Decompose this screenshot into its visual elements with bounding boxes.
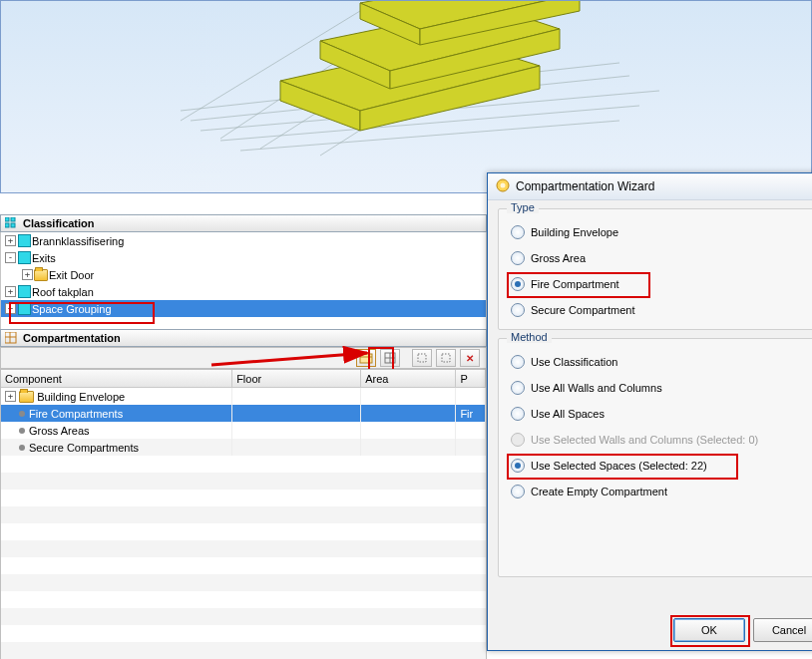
radio-label: Fire Compartment: [531, 278, 619, 290]
radio-use-all-spaces[interactable]: Use All Spaces: [511, 401, 812, 427]
radio-icon[interactable]: [511, 303, 525, 317]
radio-icon: [511, 433, 525, 447]
grid-row-fire-compartments[interactable]: Fire Compartments Fir: [1, 405, 486, 422]
grid-row[interactable]: Gross Areas: [1, 422, 486, 439]
expand-icon[interactable]: +: [5, 286, 16, 297]
cell-component: Gross Areas: [29, 425, 90, 437]
tree-label: Space Grouping: [32, 303, 112, 315]
svg-rect-22: [442, 354, 450, 362]
radio-label: Use All Walls and Columns: [531, 382, 662, 394]
cell-p: Fir: [456, 405, 486, 422]
type-group: Type Building Envelope Gross Area Fire C…: [498, 208, 812, 330]
grid-row[interactable]: + Building Envelope: [1, 388, 486, 405]
tool-button-2[interactable]: [436, 349, 456, 367]
radio-use-classification[interactable]: Use Classification: [511, 349, 812, 375]
svg-rect-11: [5, 223, 9, 227]
radio-gross-area[interactable]: Gross Area: [511, 245, 812, 271]
svg-rect-12: [11, 223, 15, 227]
compartmentation-panel-header[interactable]: Compartmentation: [0, 329, 487, 347]
radio-use-selected-walls: Use Selected Walls and Columns (Selected…: [511, 427, 812, 453]
cell-floor: [232, 422, 361, 439]
col-component[interactable]: Component: [1, 370, 232, 387]
svg-rect-9: [5, 217, 9, 221]
expand-icon[interactable]: +: [22, 269, 33, 280]
tree-item[interactable]: - Exits: [1, 249, 486, 266]
radio-building-envelope[interactable]: Building Envelope: [511, 219, 812, 245]
delete-button[interactable]: ✕: [460, 349, 480, 367]
radio-icon[interactable]: [511, 459, 525, 473]
radio-icon[interactable]: [511, 355, 525, 369]
ok-button[interactable]: OK: [673, 618, 745, 642]
cell-area: [361, 388, 456, 405]
radio-fire-compartment[interactable]: Fire Compartment: [511, 271, 812, 297]
grid-row[interactable]: Secure Compartments: [1, 439, 486, 456]
expand-icon[interactable]: +: [5, 303, 16, 314]
grid-row: [1, 557, 486, 574]
tree-label: Brannklassifisering: [32, 235, 124, 247]
group-title: Type: [507, 201, 539, 213]
classification-panel-header[interactable]: Classification: [0, 214, 487, 232]
col-area[interactable]: Area: [361, 370, 456, 387]
radio-icon[interactable]: [511, 485, 525, 498]
expand-icon[interactable]: +: [5, 235, 16, 246]
radio-use-selected-spaces[interactable]: Use Selected Spaces (Selected: 22): [511, 453, 812, 479]
bullet-icon: [19, 445, 25, 451]
radio-label: Use Classification: [531, 356, 617, 368]
radio-label: Gross Area: [531, 252, 586, 264]
radio-create-empty[interactable]: Create Empty Compartment: [511, 479, 812, 504]
tree-item-space-grouping[interactable]: + Space Grouping: [1, 300, 486, 317]
dialog-titlebar[interactable]: Compartmentation Wizard ✕: [488, 173, 812, 200]
classification-icon: [4, 216, 18, 230]
bullet-icon: [19, 428, 25, 434]
grid-row: [1, 591, 486, 608]
cell-component: Fire Compartments: [29, 408, 123, 420]
tree-label: Exit Door: [49, 269, 94, 281]
separator: [404, 350, 408, 366]
col-floor[interactable]: Floor: [232, 370, 361, 387]
radio-icon[interactable]: [511, 251, 525, 265]
node-icon: [17, 285, 31, 299]
folder-icon: [19, 391, 34, 403]
grid-row: [1, 625, 486, 642]
grid-button[interactable]: [380, 349, 400, 367]
node-icon: [17, 302, 31, 316]
radio-label: Use Selected Walls and Columns (Selected…: [531, 434, 758, 446]
wizard-icon: [496, 178, 510, 195]
cell-p: [456, 388, 486, 405]
grid-row: [1, 523, 486, 540]
grid-body: + Building Envelope Fire Compartments Fi…: [1, 388, 486, 659]
tree-item[interactable]: + Roof takplan: [1, 283, 486, 300]
radio-icon[interactable]: [511, 381, 525, 395]
model-3d-viewer[interactable]: [0, 0, 812, 193]
node-icon: [17, 251, 31, 265]
cell-floor: [232, 388, 361, 405]
wizard-button[interactable]: [356, 349, 376, 367]
cell-p: [456, 422, 486, 439]
compartmentation-icon: [4, 331, 18, 345]
radio-secure-compartment[interactable]: Secure Compartment: [511, 297, 812, 323]
radio-icon[interactable]: [511, 407, 525, 421]
tree-item[interactable]: + Brannklassifisering: [1, 232, 486, 249]
radio-label: Use All Spaces: [531, 408, 605, 420]
classification-tree[interactable]: + Brannklassifisering - Exits + Exit Doo…: [0, 232, 487, 329]
dialog-title: Compartmentation Wizard: [516, 179, 654, 193]
tree-item[interactable]: + Exit Door: [1, 266, 486, 283]
grid-header: Component Floor Area P: [1, 370, 486, 388]
compartmentation-grid[interactable]: Component Floor Area P + Building Envelo…: [0, 369, 487, 659]
cancel-button[interactable]: Cancel: [753, 618, 812, 642]
tool-button-1[interactable]: [412, 349, 432, 367]
compartmentation-title: Compartmentation: [23, 332, 121, 344]
radio-icon[interactable]: [511, 225, 525, 239]
cell-area: [361, 405, 456, 422]
radio-icon[interactable]: [511, 277, 525, 291]
compartmentation-wizard-dialog: Compartmentation Wizard ✕ Type Building …: [487, 172, 812, 651]
expand-icon[interactable]: -: [5, 252, 16, 263]
grid-row: [1, 456, 486, 473]
expand-icon[interactable]: +: [5, 391, 16, 402]
classification-title: Classification: [23, 217, 95, 229]
radio-label: Secure Compartment: [531, 304, 635, 316]
radio-use-all-walls[interactable]: Use All Walls and Columns: [511, 375, 812, 401]
cell-component: Building Envelope: [37, 391, 125, 403]
cell-area: [361, 439, 456, 456]
col-p[interactable]: P: [456, 370, 486, 387]
